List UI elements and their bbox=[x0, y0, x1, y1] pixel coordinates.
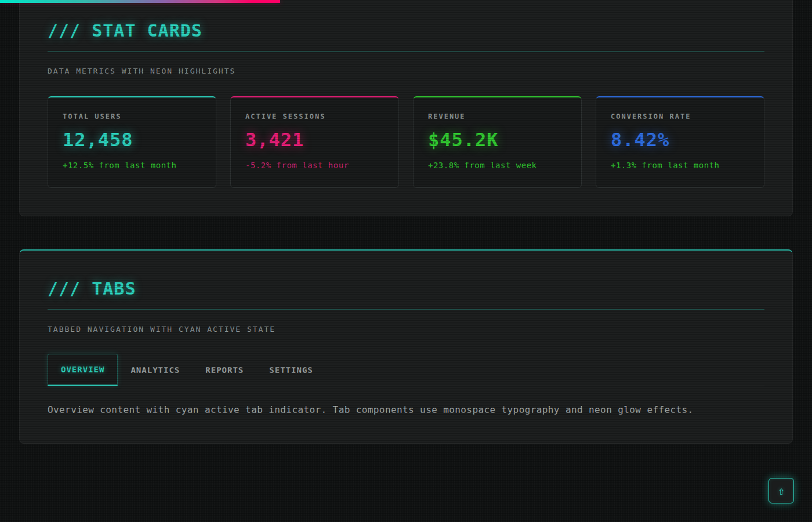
tab-analytics[interactable]: ANALYTICS bbox=[118, 354, 193, 386]
scroll-progress-bar bbox=[0, 0, 280, 3]
stat-card-total-users: TOTAL USERS 12,458 +12.5% from last mont… bbox=[48, 96, 216, 188]
stat-card-label: ACTIVE SESSIONS bbox=[245, 113, 384, 121]
tab-bar: OVERVIEW ANALYTICS REPORTS SETTINGS bbox=[48, 354, 764, 386]
title-divider bbox=[48, 51, 764, 52]
stat-card-label: CONVERSION RATE bbox=[611, 113, 749, 121]
stat-cards-subtitle: DATA METRICS WITH NEON HIGHLIGHTS bbox=[48, 67, 764, 75]
scroll-to-top-button[interactable]: ⇧ bbox=[768, 478, 794, 503]
tabs-title: /// TABS bbox=[48, 278, 764, 299]
stat-card-conversion-rate: CONVERSION RATE 8.42% +1.3% from last mo… bbox=[596, 96, 764, 188]
tab-panel-content: Overview content with cyan active tab in… bbox=[48, 404, 764, 415]
tabs-subtitle: TABBED NAVIGATION WITH CYAN ACTIVE STATE bbox=[48, 325, 764, 334]
stat-card-active-sessions: ACTIVE SESSIONS 3,421 -5.2% from last ho… bbox=[230, 96, 399, 188]
page-main: /// STAT CARDS DATA METRICS WITH NEON HI… bbox=[0, 0, 812, 444]
arrow-up-icon: ⇧ bbox=[778, 484, 785, 498]
stat-card-delta: +23.8% from last week bbox=[428, 161, 567, 170]
stat-card-delta: -5.2% from last hour bbox=[245, 161, 384, 170]
stat-card-revenue: REVENUE $45.2K +23.8% from last week bbox=[413, 96, 582, 188]
tab-reports[interactable]: REPORTS bbox=[193, 354, 256, 386]
stat-card-value: 12,458 bbox=[63, 129, 201, 151]
stat-card-label: REVENUE bbox=[428, 113, 567, 121]
stat-cards-title: /// STAT CARDS bbox=[48, 20, 764, 41]
stat-card-value: 8.42% bbox=[611, 129, 749, 151]
tab-settings[interactable]: SETTINGS bbox=[256, 354, 325, 386]
stat-card-label: TOTAL USERS bbox=[63, 113, 201, 121]
stat-card-delta: +1.3% from last month bbox=[611, 161, 749, 170]
tab-overview[interactable]: OVERVIEW bbox=[48, 354, 118, 386]
stat-card-delta: +12.5% from last month bbox=[63, 161, 201, 170]
stat-cards-grid: TOTAL USERS 12,458 +12.5% from last mont… bbox=[48, 96, 764, 188]
title-divider bbox=[48, 309, 764, 310]
stat-cards-section: /// STAT CARDS DATA METRICS WITH NEON HI… bbox=[19, 0, 793, 216]
tabs-section: /// TABS TABBED NAVIGATION WITH CYAN ACT… bbox=[19, 249, 793, 444]
stat-card-value: 3,421 bbox=[245, 129, 384, 151]
stat-card-value: $45.2K bbox=[428, 129, 567, 151]
